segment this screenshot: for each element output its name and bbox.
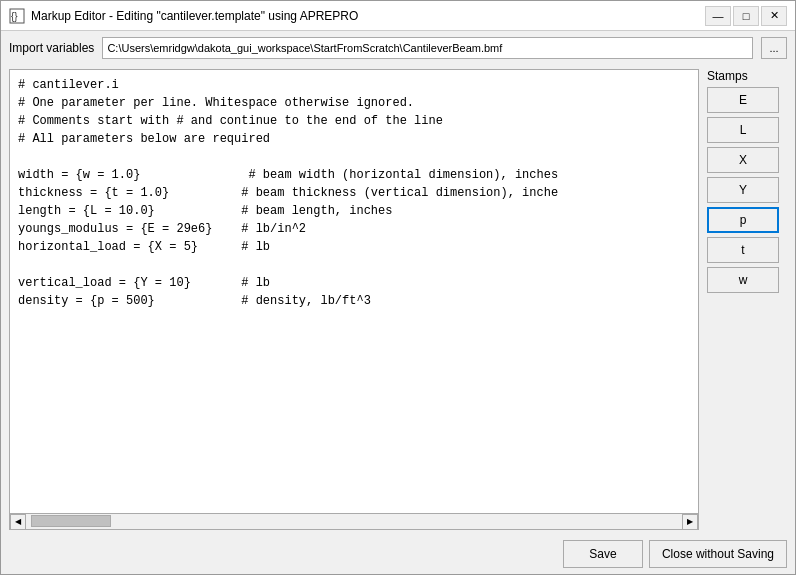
browse-button[interactable]: ...: [761, 37, 787, 59]
h-scrollbar: ◀ ▶: [10, 513, 698, 529]
minimize-button[interactable]: —: [705, 6, 731, 26]
stamp-X-button[interactable]: X: [707, 147, 779, 173]
import-label: Import variables: [9, 41, 94, 55]
close-without-saving-button[interactable]: Close without Saving: [649, 540, 787, 568]
window-title: Markup Editor - Editing "cantilever.temp…: [31, 9, 705, 23]
import-input[interactable]: [102, 37, 753, 59]
scroll-right-arrow[interactable]: ▶: [682, 514, 698, 530]
title-bar: {} Markup Editor - Editing "cantilever.t…: [1, 1, 795, 31]
stamp-E-button[interactable]: E: [707, 87, 779, 113]
svg-text:{}: {}: [11, 11, 18, 22]
editor-scroll-area[interactable]: # cantilever.i # One parameter per line.…: [10, 70, 698, 513]
stamps-panel: Stamps E L X Y p t w: [707, 69, 787, 530]
main-content: # cantilever.i # One parameter per line.…: [1, 65, 795, 534]
app-icon: {}: [9, 8, 25, 24]
window-controls: — □ ✕: [705, 6, 787, 26]
stamp-p-button[interactable]: p: [707, 207, 779, 233]
stamp-t-button[interactable]: t: [707, 237, 779, 263]
footer: Save Close without Saving: [1, 534, 795, 574]
save-button[interactable]: Save: [563, 540, 643, 568]
editor-content[interactable]: # cantilever.i # One parameter per line.…: [10, 70, 698, 316]
stamps-label: Stamps: [707, 69, 787, 83]
editor-area: # cantilever.i # One parameter per line.…: [9, 69, 699, 530]
import-bar: Import variables ...: [1, 31, 795, 65]
stamp-w-button[interactable]: w: [707, 267, 779, 293]
close-button[interactable]: ✕: [761, 6, 787, 26]
maximize-button[interactable]: □: [733, 6, 759, 26]
main-window: {} Markup Editor - Editing "cantilever.t…: [0, 0, 796, 575]
h-scrollbar-track[interactable]: [26, 514, 682, 529]
h-scrollbar-thumb[interactable]: [31, 515, 111, 527]
stamp-L-button[interactable]: L: [707, 117, 779, 143]
stamp-Y-button[interactable]: Y: [707, 177, 779, 203]
scroll-left-arrow[interactable]: ◀: [10, 514, 26, 530]
